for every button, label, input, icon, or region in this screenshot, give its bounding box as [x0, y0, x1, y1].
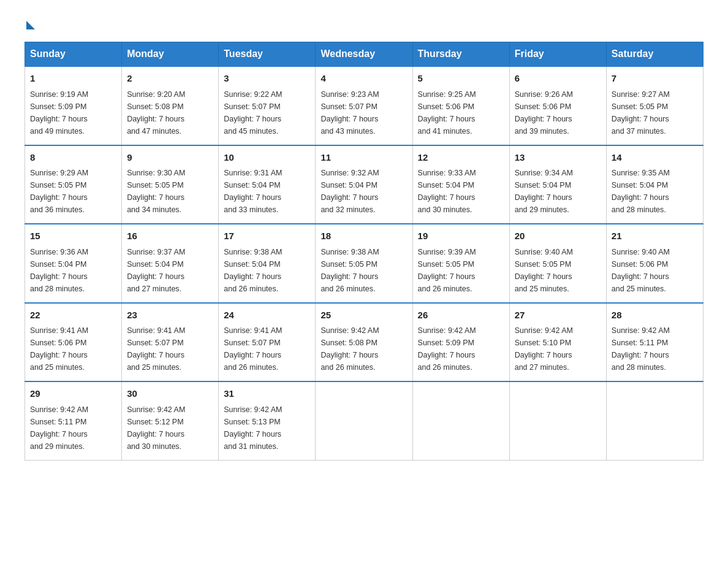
page-header [25, 18, 703, 29]
weekday-header-saturday: Saturday [606, 42, 703, 67]
calendar-cell [509, 381, 606, 460]
calendar-cell: 21 Sunrise: 9:40 AMSunset: 5:06 PMDaylig… [606, 224, 703, 303]
calendar-cell: 5 Sunrise: 9:25 AMSunset: 5:06 PMDayligh… [412, 66, 509, 145]
weekday-header-tuesday: Tuesday [219, 42, 316, 67]
day-info: Sunrise: 9:42 AMSunset: 5:13 PMDaylight:… [224, 404, 310, 453]
day-number: 22 [30, 308, 116, 323]
weekday-header-monday: Monday [122, 42, 219, 67]
calendar-header-row: SundayMondayTuesdayWednesdayThursdayFrid… [25, 42, 703, 67]
day-number: 17 [224, 229, 310, 243]
calendar-cell: 8 Sunrise: 9:29 AMSunset: 5:05 PMDayligh… [25, 145, 122, 224]
calendar-week-row: 15 Sunrise: 9:36 AMSunset: 5:04 PMDaylig… [25, 224, 703, 303]
day-number: 20 [515, 229, 601, 243]
calendar-cell: 14 Sunrise: 9:35 AMSunset: 5:04 PMDaylig… [606, 145, 703, 224]
day-info: Sunrise: 9:41 AMSunset: 5:07 PMDaylight:… [224, 324, 310, 373]
calendar-cell: 7 Sunrise: 9:27 AMSunset: 5:05 PMDayligh… [606, 66, 703, 145]
day-info: Sunrise: 9:37 AMSunset: 5:04 PMDaylight:… [127, 246, 213, 295]
calendar-week-row: 22 Sunrise: 9:41 AMSunset: 5:06 PMDaylig… [25, 303, 703, 382]
calendar-cell: 1 Sunrise: 9:19 AMSunset: 5:09 PMDayligh… [25, 66, 122, 145]
calendar-cell: 13 Sunrise: 9:34 AMSunset: 5:04 PMDaylig… [509, 145, 606, 224]
logo-arrow-icon [26, 21, 35, 29]
calendar-cell: 6 Sunrise: 9:26 AMSunset: 5:06 PMDayligh… [509, 66, 606, 145]
calendar-cell: 22 Sunrise: 9:41 AMSunset: 5:06 PMDaylig… [25, 303, 122, 382]
day-number: 23 [127, 308, 213, 323]
calendar-cell: 3 Sunrise: 9:22 AMSunset: 5:07 PMDayligh… [219, 66, 316, 145]
calendar-cell: 31 Sunrise: 9:42 AMSunset: 5:13 PMDaylig… [219, 381, 316, 460]
day-info: Sunrise: 9:34 AMSunset: 5:04 PMDaylight:… [515, 167, 601, 216]
day-number: 8 [30, 151, 116, 165]
calendar-cell: 2 Sunrise: 9:20 AMSunset: 5:08 PMDayligh… [122, 66, 219, 145]
day-info: Sunrise: 9:32 AMSunset: 5:04 PMDaylight:… [320, 167, 407, 216]
calendar-table: SundayMondayTuesdayWednesdayThursdayFrid… [25, 42, 703, 461]
day-info: Sunrise: 9:23 AMSunset: 5:07 PMDaylight:… [320, 88, 407, 137]
calendar-cell: 28 Sunrise: 9:42 AMSunset: 5:11 PMDaylig… [606, 303, 703, 382]
day-number: 9 [127, 151, 213, 165]
day-info: Sunrise: 9:26 AMSunset: 5:06 PMDaylight:… [515, 88, 601, 137]
calendar-cell: 23 Sunrise: 9:41 AMSunset: 5:07 PMDaylig… [122, 303, 219, 382]
calendar-cell: 4 Sunrise: 9:23 AMSunset: 5:07 PMDayligh… [316, 66, 412, 145]
calendar-cell: 17 Sunrise: 9:38 AMSunset: 5:04 PMDaylig… [219, 224, 316, 303]
calendar-cell: 19 Sunrise: 9:39 AMSunset: 5:05 PMDaylig… [412, 224, 509, 303]
day-info: Sunrise: 9:29 AMSunset: 5:05 PMDaylight:… [30, 167, 116, 216]
day-info: Sunrise: 9:42 AMSunset: 5:11 PMDaylight:… [612, 324, 698, 373]
calendar-week-row: 29 Sunrise: 9:42 AMSunset: 5:11 PMDaylig… [25, 381, 703, 460]
day-number: 26 [418, 308, 504, 323]
day-info: Sunrise: 9:42 AMSunset: 5:10 PMDaylight:… [515, 324, 601, 373]
day-number: 5 [418, 72, 504, 86]
calendar-cell: 10 Sunrise: 9:31 AMSunset: 5:04 PMDaylig… [219, 145, 316, 224]
calendar-cell: 11 Sunrise: 9:32 AMSunset: 5:04 PMDaylig… [316, 145, 412, 224]
day-number: 7 [612, 72, 698, 86]
weekday-header-wednesday: Wednesday [316, 42, 412, 67]
day-number: 4 [320, 72, 407, 86]
weekday-header-friday: Friday [509, 42, 606, 67]
day-info: Sunrise: 9:25 AMSunset: 5:06 PMDaylight:… [418, 88, 504, 137]
calendar-cell: 18 Sunrise: 9:38 AMSunset: 5:05 PMDaylig… [316, 224, 412, 303]
day-info: Sunrise: 9:31 AMSunset: 5:04 PMDaylight:… [224, 167, 310, 216]
day-number: 6 [515, 72, 601, 86]
calendar-week-row: 1 Sunrise: 9:19 AMSunset: 5:09 PMDayligh… [25, 66, 703, 145]
day-info: Sunrise: 9:27 AMSunset: 5:05 PMDaylight:… [612, 88, 698, 137]
day-info: Sunrise: 9:42 AMSunset: 5:08 PMDaylight:… [320, 324, 407, 373]
day-info: Sunrise: 9:42 AMSunset: 5:12 PMDaylight:… [127, 404, 213, 453]
day-number: 27 [515, 308, 601, 323]
logo [25, 18, 35, 29]
day-info: Sunrise: 9:40 AMSunset: 5:06 PMDaylight:… [612, 246, 698, 295]
day-info: Sunrise: 9:33 AMSunset: 5:04 PMDaylight:… [418, 167, 504, 216]
calendar-week-row: 8 Sunrise: 9:29 AMSunset: 5:05 PMDayligh… [25, 145, 703, 224]
day-number: 3 [224, 72, 310, 86]
day-info: Sunrise: 9:35 AMSunset: 5:04 PMDaylight:… [612, 167, 698, 216]
day-number: 21 [612, 229, 698, 243]
day-number: 16 [127, 229, 213, 243]
day-info: Sunrise: 9:41 AMSunset: 5:07 PMDaylight:… [127, 324, 213, 373]
calendar-cell: 20 Sunrise: 9:40 AMSunset: 5:05 PMDaylig… [509, 224, 606, 303]
calendar-cell: 30 Sunrise: 9:42 AMSunset: 5:12 PMDaylig… [122, 381, 219, 460]
calendar-cell: 27 Sunrise: 9:42 AMSunset: 5:10 PMDaylig… [509, 303, 606, 382]
day-number: 30 [127, 387, 213, 401]
day-info: Sunrise: 9:40 AMSunset: 5:05 PMDaylight:… [515, 246, 601, 295]
day-number: 18 [320, 229, 407, 243]
calendar-cell [606, 381, 703, 460]
day-number: 1 [30, 72, 116, 86]
day-number: 19 [418, 229, 504, 243]
day-info: Sunrise: 9:38 AMSunset: 5:05 PMDaylight:… [320, 246, 407, 295]
day-info: Sunrise: 9:19 AMSunset: 5:09 PMDaylight:… [30, 88, 116, 137]
calendar-cell: 24 Sunrise: 9:41 AMSunset: 5:07 PMDaylig… [219, 303, 316, 382]
day-number: 25 [320, 308, 407, 323]
day-number: 14 [612, 151, 698, 165]
calendar-cell: 29 Sunrise: 9:42 AMSunset: 5:11 PMDaylig… [25, 381, 122, 460]
weekday-header-thursday: Thursday [412, 42, 509, 67]
calendar-cell: 9 Sunrise: 9:30 AMSunset: 5:05 PMDayligh… [122, 145, 219, 224]
day-number: 13 [515, 151, 601, 165]
day-number: 24 [224, 308, 310, 323]
weekday-header-sunday: Sunday [25, 42, 122, 67]
day-info: Sunrise: 9:22 AMSunset: 5:07 PMDaylight:… [224, 88, 310, 137]
calendar-cell: 25 Sunrise: 9:42 AMSunset: 5:08 PMDaylig… [316, 303, 412, 382]
calendar-cell: 26 Sunrise: 9:42 AMSunset: 5:09 PMDaylig… [412, 303, 509, 382]
day-info: Sunrise: 9:39 AMSunset: 5:05 PMDaylight:… [418, 246, 504, 295]
day-number: 12 [418, 151, 504, 165]
day-info: Sunrise: 9:30 AMSunset: 5:05 PMDaylight:… [127, 167, 213, 216]
day-info: Sunrise: 9:36 AMSunset: 5:04 PMDaylight:… [30, 246, 116, 295]
day-info: Sunrise: 9:20 AMSunset: 5:08 PMDaylight:… [127, 88, 213, 137]
day-number: 31 [224, 387, 310, 401]
day-number: 15 [30, 229, 116, 243]
